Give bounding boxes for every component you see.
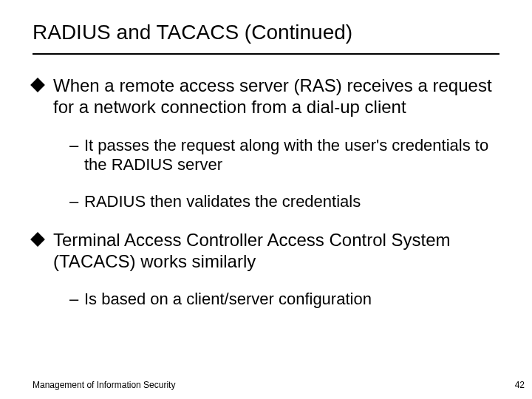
sub-text: Is based on a client/server configuratio… (84, 290, 372, 308)
sub-list: It passes the request along with the use… (53, 136, 499, 212)
bullet-list: When a remote access server (RAS) receiv… (33, 75, 499, 310)
diamond-icon (30, 232, 45, 247)
footer: Management of Information Security 42 (33, 380, 525, 390)
sub-list: Is based on a client/server configuratio… (53, 290, 499, 309)
slide-title: RADIUS and TACACS (Continued) (33, 21, 499, 44)
bullet-item: Terminal Access Controller Access Contro… (33, 230, 499, 310)
sub-item: It passes the request along with the use… (53, 136, 499, 175)
bullet-text: When a remote access server (RAS) receiv… (53, 75, 492, 117)
bullet-item: When a remote access server (RAS) receiv… (33, 75, 499, 212)
diamond-icon (30, 78, 45, 92)
slide: RADIUS and TACACS (Continued) When a rem… (0, 0, 532, 310)
title-rule (33, 53, 499, 55)
footer-text: Management of Information Security (33, 380, 175, 390)
sub-text: It passes the request along with the use… (84, 136, 488, 174)
sub-item: RADIUS then validates the credentials (53, 192, 499, 211)
sub-text: RADIUS then validates the credentials (84, 192, 361, 211)
sub-item: Is based on a client/server configuratio… (53, 290, 499, 309)
page-number: 42 (515, 380, 525, 390)
bullet-text: Terminal Access Controller Access Contro… (53, 230, 451, 271)
